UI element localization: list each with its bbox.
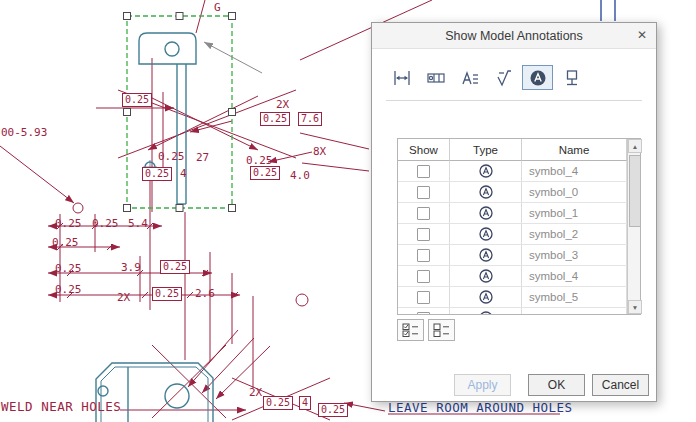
datum-icon [562,68,582,88]
drawing-annotation-label: 0.25 [263,396,293,410]
scroll-down-icon[interactable]: ▼ [628,300,642,314]
annotation-name: symbol_4 [522,266,627,286]
annotation-type-tabs [386,65,642,101]
drawing-annotation-label: 2X [276,99,289,111]
symbol-type-icon [479,269,493,283]
tab-datum-tags[interactable] [556,65,587,90]
drawing-annotation-label: LEAVE ROOM AROUND HOLES [388,402,573,414]
table-row[interactable]: symbol_5 [398,287,627,308]
drawing-annotation-label: 00-5.93 [1,127,47,139]
header-name: Name [522,139,627,161]
show-checkbox[interactable] [417,186,430,199]
show-checkbox[interactable] [417,165,430,178]
tab-symbols[interactable] [522,65,553,90]
tab-geometric-tolerances[interactable] [420,65,451,90]
tab-notes[interactable] [454,65,485,90]
uncheck-all-button[interactable] [428,319,455,341]
show-checkbox[interactable] [417,270,430,283]
symbol-icon [528,68,548,88]
annotation-name: symbol_5 [522,287,627,307]
symbol-type-icon [479,311,493,314]
drawing-annotation-label: 2X [117,292,130,304]
table-row[interactable]: symbol_0 [398,182,627,203]
drawing-annotation-label: 0.25 [260,112,290,126]
show-cell [398,203,450,223]
gtol-icon [426,68,446,88]
show-checkbox[interactable] [417,312,430,315]
drawing-annotation-label: 0.25 [122,93,152,107]
show-cell [398,266,450,286]
type-cell [450,224,522,244]
table-header-row: Show Type Name [398,139,627,161]
check-all-icon [402,323,420,338]
drawing-annotation-label: WELD NEAR HOLES [1,401,121,413]
header-show: Show [398,139,450,161]
symbol-type-icon [479,164,493,178]
drawing-annotation-label: G [214,2,221,14]
show-checkbox[interactable] [417,249,430,262]
header-type: Type [450,139,522,161]
show-cell [398,224,450,244]
show-cell [398,245,450,265]
show-cell [398,161,450,181]
drawing-annotation-label: 7.6 [298,112,322,126]
annotation-name: symbol_4 [522,161,627,181]
drawing-annotation-label: 4 [299,396,311,410]
drawing-annotation-label: 2.6 [195,288,215,300]
annotation-name: symbol_3 [522,245,627,265]
tab-dimensions[interactable] [386,65,417,90]
ok-button[interactable]: OK [528,374,585,396]
table-row[interactable]: symbol_4 [398,161,627,182]
drawing-annotation-label: 0.25 [152,287,182,301]
drawing-annotation-label: 0.25 [158,151,185,163]
table-row[interactable]: symbol_4 [398,266,627,287]
type-cell [450,287,522,307]
show-checkbox[interactable] [417,228,430,241]
type-cell [450,308,522,314]
table-row[interactable]: symbol_2 [398,224,627,245]
type-cell [450,203,522,223]
symbol-type-icon [479,290,493,304]
table-row[interactable] [398,308,627,314]
tab-surface-finishes[interactable] [488,65,519,90]
drawing-annotation-label: 0.25 [55,284,82,296]
close-icon[interactable]: ✕ [637,28,647,42]
symbol-type-icon [479,248,493,262]
show-checkbox[interactable] [417,291,430,304]
apply-button[interactable]: Apply [454,374,511,396]
annotation-name: symbol_0 [522,182,627,202]
drawing-annotation-label: 3.9 [121,262,141,274]
drawing-annotation-label: 2X [249,387,262,399]
show-checkbox[interactable] [417,207,430,220]
symbol-type-icon [479,185,493,199]
symbol-type-icon [479,227,493,241]
dialog-footer: Apply OK Cancel [372,374,649,396]
surface-finish-icon [494,68,514,88]
drawing-annotation-label: 8X [313,146,326,158]
show-cell [398,287,450,307]
dimension-icon [392,68,412,88]
scroll-up-icon[interactable]: ▲ [628,139,642,153]
annotations-table: Show Type Name symbol_4symbol_0symbol_1s… [397,138,641,315]
drawing-annotation-label: 27 [196,152,209,164]
table-scrollbar[interactable]: ▲ ▼ [627,139,640,314]
uncheck-all-icon [433,323,451,338]
drawing-annotation-label: 0.25 [318,403,348,417]
drawing-annotation-label: 4 [180,168,187,180]
dialog-titlebar[interactable]: Show Model Annotations ✕ [372,23,656,49]
selection-shortcut-buttons [397,319,455,341]
cancel-button[interactable]: Cancel [592,374,649,396]
type-cell [450,245,522,265]
scrollbar-thumb[interactable] [629,155,641,227]
check-all-button[interactable] [397,319,424,341]
annotation-name [522,308,627,314]
table-row[interactable]: symbol_3 [398,245,627,266]
drawing-annotation-label: 0.25 [92,218,119,230]
drawing-annotation-label: 0.25 [250,166,280,180]
type-cell [450,161,522,181]
annotations-table-columns: Show Type Name symbol_4symbol_0symbol_1s… [398,139,627,314]
drawing-annotation-label: 5.4 [128,218,148,230]
table-row[interactable]: symbol_1 [398,203,627,224]
drawing-annotation-label: 0.25 [160,260,190,274]
symbol-type-icon [479,206,493,220]
